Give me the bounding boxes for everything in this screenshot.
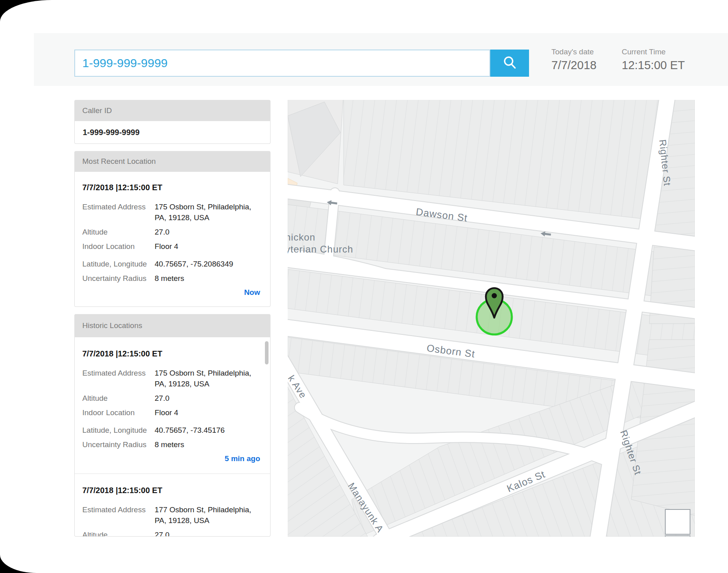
date-value: 7/7/2018: [551, 59, 597, 72]
five-min-ago-link[interactable]: 5 min ago: [82, 454, 261, 463]
historic-locations-panel: Historic Locations 7/7/2018 |12:15:00 ET…: [74, 314, 271, 537]
row-label: Uncertainty Radius: [82, 273, 155, 284]
church-poi-label-line2: yterian Church: [288, 244, 353, 255]
row-label: Estimated Address: [82, 202, 155, 223]
header-bar: Today's date 7/7/2018 Current Time 12:15…: [34, 33, 728, 86]
most-recent-location-panel: Most Recent Location 7/7/2018 |12:15:00 …: [74, 151, 271, 307]
caller-id-header: Caller ID: [74, 100, 271, 121]
historic-entry: 7/7/2018 |12:15:00 ET Estimated Address …: [82, 486, 261, 537]
app-screen: Today's date 7/7/2018 Current Time 12:15…: [0, 0, 728, 573]
row-label: Latitude, Longitude: [82, 259, 155, 270]
most-recent-header: Most Recent Location: [74, 151, 271, 172]
row-value: 27.0: [155, 393, 261, 404]
row-value: 175 Osborn St, Philadelphia, PA, 19128, …: [155, 202, 261, 223]
row-value: Floor 4: [155, 241, 261, 252]
detail-row: Indoor Location Floor 4: [82, 241, 261, 252]
detail-row: Latitude, Longitude 40.75657, -75.208634…: [82, 259, 261, 270]
church-poi-label-line1: hickon: [288, 232, 315, 243]
detail-row: Altitude 27.0: [82, 530, 261, 537]
detail-row: Estimated Address 177 Osborn St, Philade…: [82, 505, 261, 526]
detail-row: Uncertainty Radius 8 meters: [82, 440, 261, 450]
location-timestamp: 7/7/2018 |12:15:00 ET: [82, 486, 261, 495]
search-area: [74, 50, 529, 77]
phone-search-input[interactable]: [74, 50, 490, 77]
detail-row: Estimated Address 175 Osborn St, Philade…: [82, 202, 261, 223]
row-label: Indoor Location: [82, 241, 155, 252]
map-zoom-control[interactable]: [665, 509, 690, 537]
row-label: Indoor Location: [82, 408, 155, 418]
time-label: Current Time: [622, 48, 685, 56]
search-button[interactable]: [490, 50, 529, 77]
row-value: 177 Osborn St, Philadelphia, PA, 19128, …: [155, 505, 261, 526]
row-value: Floor 4: [155, 408, 261, 418]
map-canvas[interactable]: Dawson St Osborn St Kalos St Righter St …: [288, 100, 695, 537]
scrollbar-thumb[interactable]: [265, 341, 269, 364]
location-timestamp: 7/7/2018 |12:15:00 ET: [82, 349, 261, 358]
detail-row: Altitude 27.0: [82, 227, 261, 238]
page-card: Today's date 7/7/2018 Current Time 12:15…: [0, 0, 728, 573]
date-label: Today's date: [551, 48, 597, 56]
row-label: Uncertainty Radius: [82, 440, 155, 450]
historic-entry: 7/7/2018 |12:15:00 ET Estimated Address …: [82, 349, 261, 463]
row-label: Altitude: [82, 530, 155, 537]
row-label: Altitude: [82, 393, 155, 404]
row-value: 40.75657, -73.45176: [155, 425, 261, 436]
current-time: Current Time 12:15:00 ET: [622, 48, 685, 72]
historic-header: Historic Locations: [74, 314, 271, 337]
detail-row: Estimated Address 175 Osborn St, Philade…: [82, 368, 261, 390]
row-value: 8 meters: [155, 440, 261, 450]
todays-date: Today's date 7/7/2018: [551, 48, 597, 72]
location-timestamp: 7/7/2018 |12:15:00 ET: [82, 183, 261, 192]
detail-row: Altitude 27.0: [82, 393, 261, 404]
row-label: Altitude: [82, 227, 155, 238]
search-icon: [502, 55, 518, 72]
detail-row: Latitude, Longitude 40.75657, -73.45176: [82, 425, 261, 436]
row-value: 27.0: [155, 530, 261, 537]
row-label: Estimated Address: [82, 368, 155, 390]
row-label: Estimated Address: [82, 505, 155, 526]
caller-id-value: 1-999-999-9999: [83, 128, 139, 137]
now-link[interactable]: Now: [82, 288, 261, 297]
time-value: 12:15:00 ET: [622, 59, 685, 72]
detail-row: Indoor Location Floor 4: [82, 408, 261, 418]
detail-row: Uncertainty Radius 8 meters: [82, 273, 261, 284]
entry-divider: [75, 474, 270, 474]
row-value: 40.75657, -75.2086349: [155, 259, 261, 270]
caller-sidebar: Caller ID 1-999-999-9999 Most Recent Loc…: [74, 100, 271, 544]
row-value: 27.0: [155, 227, 261, 238]
pin-hole: [492, 293, 497, 298]
row-label: Latitude, Longitude: [82, 425, 155, 436]
caller-id-panel: Caller ID 1-999-999-9999: [74, 100, 271, 144]
row-value: 8 meters: [155, 273, 261, 284]
row-value: 175 Osborn St, Philadelphia, PA, 19128, …: [155, 368, 261, 390]
